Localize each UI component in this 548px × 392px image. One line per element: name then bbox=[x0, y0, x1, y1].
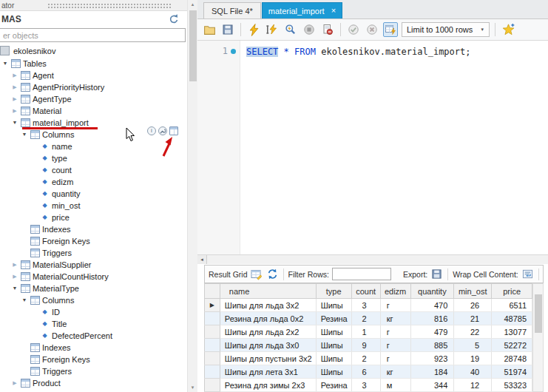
scrollbar-thumb[interactable] bbox=[535, 294, 542, 333]
tree-item-foreign-keys[interactable]: Foreign Keys bbox=[0, 354, 187, 365]
row-selector[interactable] bbox=[205, 312, 220, 325]
refresh-results-icon[interactable] bbox=[266, 268, 279, 280]
column-header-price[interactable]: price bbox=[492, 284, 532, 299]
column-header-min_ost[interactable]: min_ost bbox=[454, 284, 492, 299]
rollback-icon[interactable] bbox=[365, 22, 379, 37]
row-selector[interactable] bbox=[205, 365, 220, 379]
cell-price[interactable]: 6511 bbox=[492, 299, 532, 312]
row-selector-header[interactable] bbox=[205, 284, 220, 299]
cell-min_ost[interactable]: 19 bbox=[454, 352, 492, 365]
panel-grip[interactable] bbox=[47, 3, 172, 9]
cell-name[interactable]: Шипы для льда 3x2 bbox=[220, 299, 316, 312]
collapse-arrow-icon[interactable]: ▼ bbox=[21, 129, 28, 141]
cell-count[interactable]: 3 bbox=[351, 299, 380, 312]
editor-hscrollbar[interactable]: ◂ bbox=[197, 254, 548, 264]
toggle-autocommit-icon[interactable] bbox=[383, 22, 398, 37]
cell-name[interactable]: Шипы для лета 3x1 bbox=[220, 365, 316, 379]
cell-name[interactable]: Резина для зимы 2x3 bbox=[220, 379, 316, 392]
tree-item-columns[interactable]: ▼Columns bbox=[0, 294, 187, 306]
tree-item-id[interactable]: ◆ID bbox=[0, 306, 187, 318]
tree-item-triggers[interactable]: Triggers bbox=[0, 365, 187, 377]
export-icon[interactable] bbox=[430, 268, 443, 280]
cell-edizm[interactable]: кг bbox=[380, 365, 410, 379]
cell-count[interactable]: 9 bbox=[351, 339, 380, 352]
tab-sql-file[interactable]: SQL File 4* bbox=[203, 2, 261, 18]
cell-quantity[interactable]: 885 bbox=[410, 339, 454, 352]
cell-price[interactable]: 52272 bbox=[492, 339, 532, 352]
toggle-stop-on-error-icon[interactable] bbox=[320, 22, 335, 37]
cell-edizm[interactable]: г bbox=[380, 339, 410, 352]
row-selector[interactable] bbox=[205, 325, 220, 339]
limit-rows-dropdown[interactable]: Limit to 1000 rows ▼ bbox=[402, 22, 490, 37]
tab-close-icon[interactable]: × bbox=[331, 7, 336, 15]
cell-min_ost[interactable]: 12 bbox=[454, 379, 492, 392]
grid-edit-icon[interactable] bbox=[251, 268, 263, 280]
cell-edizm[interactable]: м bbox=[380, 379, 410, 392]
cell-count[interactable]: 2 bbox=[351, 312, 380, 325]
cell-quantity[interactable]: 923 bbox=[410, 352, 454, 365]
table-inspector-icon[interactable] bbox=[169, 126, 178, 135]
cell-quantity[interactable]: 344 bbox=[410, 379, 454, 392]
explain-icon[interactable] bbox=[283, 22, 298, 37]
cell-count[interactable]: 2 bbox=[351, 352, 380, 365]
row-marker-icon[interactable]: ▶ bbox=[205, 299, 220, 312]
tree-item-agentpriorityhistory[interactable]: ▶AgentPriorityHistory bbox=[0, 81, 187, 93]
tree-item-price[interactable]: ◆price bbox=[0, 212, 187, 223]
execute-icon[interactable] bbox=[246, 22, 261, 37]
cell-min_ost[interactable]: 22 bbox=[454, 325, 492, 339]
expand-arrow-icon[interactable]: ▶ bbox=[11, 259, 18, 271]
collapse-arrow-icon[interactable]: ▼ bbox=[11, 283, 18, 294]
collapse-arrow-icon[interactable]: ▼ bbox=[11, 117, 18, 129]
cell-type[interactable]: Резина bbox=[316, 312, 351, 325]
tree-item-product[interactable]: ▶Product bbox=[0, 377, 187, 389]
scroll-down-icon[interactable]: ▼ bbox=[188, 383, 197, 392]
cell-price[interactable]: 48785 bbox=[492, 312, 532, 325]
cell-type[interactable]: Шипы bbox=[316, 325, 351, 339]
cell-edizm[interactable]: кг bbox=[380, 312, 410, 325]
tree-item-quantity[interactable]: ◆quantity bbox=[0, 188, 187, 200]
sql-editor[interactable]: 1 SELECT * FROM ekolesnikov.material_imp… bbox=[197, 41, 548, 254]
cell-min_ost[interactable]: 40 bbox=[454, 365, 492, 379]
commit-icon[interactable] bbox=[346, 22, 361, 37]
expand-arrow-icon[interactable]: ▶ bbox=[11, 377, 18, 389]
cell-name[interactable]: Шипы для льда 3x0 bbox=[220, 339, 316, 352]
expand-arrow-icon[interactable]: ▶ bbox=[11, 70, 18, 81]
refresh-schemas-icon[interactable] bbox=[168, 13, 180, 25]
expand-arrow-icon[interactable]: ▶ bbox=[11, 93, 18, 105]
cell-name[interactable]: Шипы для пустыни 3x2 bbox=[220, 352, 316, 365]
cell-min_ost[interactable]: 26 bbox=[454, 299, 492, 312]
column-header-edizm[interactable]: edizm bbox=[380, 284, 410, 299]
tree-item-triggers[interactable]: Triggers bbox=[0, 247, 187, 259]
tree-item-materialsupplier[interactable]: ▶MaterialSupplier bbox=[0, 259, 187, 271]
cell-edizm[interactable]: г bbox=[380, 352, 410, 365]
cell-edizm[interactable]: г bbox=[380, 325, 410, 339]
cell-count[interactable]: 6 bbox=[351, 365, 380, 379]
column-header-quantity[interactable]: quantity bbox=[410, 284, 454, 299]
cell-type[interactable]: Резина bbox=[316, 379, 351, 392]
execute-current-icon[interactable] bbox=[265, 22, 280, 37]
cell-quantity[interactable]: 816 bbox=[410, 312, 454, 325]
tree-item-agenttype[interactable]: ▶AgentType bbox=[0, 93, 187, 105]
cell-price[interactable]: 51974 bbox=[492, 365, 532, 379]
row-selector[interactable] bbox=[205, 379, 220, 392]
cell-quantity[interactable]: 470 bbox=[410, 299, 454, 312]
row-selector[interactable] bbox=[205, 339, 220, 352]
schema-row[interactable]: ekolesnikov bbox=[0, 44, 187, 57]
cell-min_ost[interactable]: 21 bbox=[454, 312, 492, 325]
cell-type[interactable]: Шипы bbox=[316, 339, 351, 352]
cell-type[interactable]: Шипы bbox=[316, 352, 351, 365]
tree-item-indexes[interactable]: Indexes bbox=[0, 342, 187, 354]
tree-item-defectedpercent[interactable]: ◆DefectedPercent bbox=[0, 330, 187, 342]
tree-item-material[interactable]: ▶Material bbox=[0, 105, 187, 117]
cell-count[interactable]: 1 bbox=[351, 325, 380, 339]
new-snippet-icon[interactable] bbox=[501, 22, 515, 37]
tree-item-materialcounthistory[interactable]: ▶MaterialCountHistory bbox=[0, 271, 187, 283]
tree-item-indexes[interactable]: Indexes bbox=[0, 223, 187, 235]
cell-price[interactable]: 28748 bbox=[492, 352, 532, 365]
cell-type[interactable]: Шипы bbox=[316, 299, 351, 312]
filter-rows-input[interactable] bbox=[332, 268, 391, 280]
save-icon[interactable] bbox=[220, 22, 235, 37]
open-file-icon[interactable] bbox=[202, 22, 217, 37]
scroll-up-icon[interactable]: ▲ bbox=[188, 0, 197, 9]
expand-arrow-icon[interactable]: ▶ bbox=[11, 271, 18, 283]
